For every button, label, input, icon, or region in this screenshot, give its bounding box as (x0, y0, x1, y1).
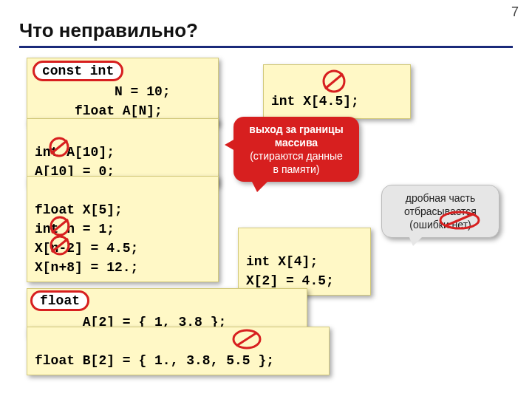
callout-tail-icon (251, 180, 269, 192)
title-divider (19, 46, 513, 48)
code-line: int X[4]; (246, 254, 318, 269)
callout-line: дробная часть (406, 192, 476, 204)
callout-tail-icon (225, 139, 235, 151)
pill-float: float (30, 290, 89, 311)
code-line: float B[2] = { 1., 3.8, 5.5 }; (35, 353, 274, 368)
callout-line: массива (275, 137, 318, 149)
code-line: int X[4.5]; (271, 94, 359, 109)
code-line: X[2] = 4.5; (246, 273, 334, 288)
callout-line: (стираются данные (250, 150, 343, 162)
code-line: X[n-2] = 4.5; (35, 241, 138, 256)
warning-callout: выход за границы массива (стираются данн… (233, 117, 359, 182)
code-line: X[n+8] = 12.; (35, 260, 138, 275)
code-box-4: float X[5]; int n = 1; X[n-2] = 4.5; X[n… (27, 176, 219, 282)
code-box-2: int X[4.5]; (263, 64, 411, 119)
callout-tail-icon (409, 236, 423, 246)
page-title: Что неправильно? (19, 19, 198, 42)
code-box-7: float B[2] = { 1., 3.8, 5.5 }; (27, 327, 330, 375)
code-line: float X[5]; (35, 202, 123, 217)
pill-const-int: const int (33, 61, 123, 81)
callout-line: выход за границы (249, 123, 343, 135)
callout-line: (ошибки нет) (409, 219, 471, 231)
code-line: int A[10]; (35, 145, 115, 160)
page-number: 7 (511, 4, 519, 20)
code-line: int n = 1; (35, 222, 115, 236)
code-line: N = 10; (35, 84, 171, 99)
code-box-5: int X[4]; X[2] = 4.5; (238, 228, 371, 296)
callout-line: в памяти) (273, 163, 320, 175)
callout-line: отбрасывается (404, 205, 477, 217)
code-line: float A[N]; (35, 103, 163, 118)
info-callout: дробная часть отбрасывается (ошибки нет) (381, 185, 499, 238)
